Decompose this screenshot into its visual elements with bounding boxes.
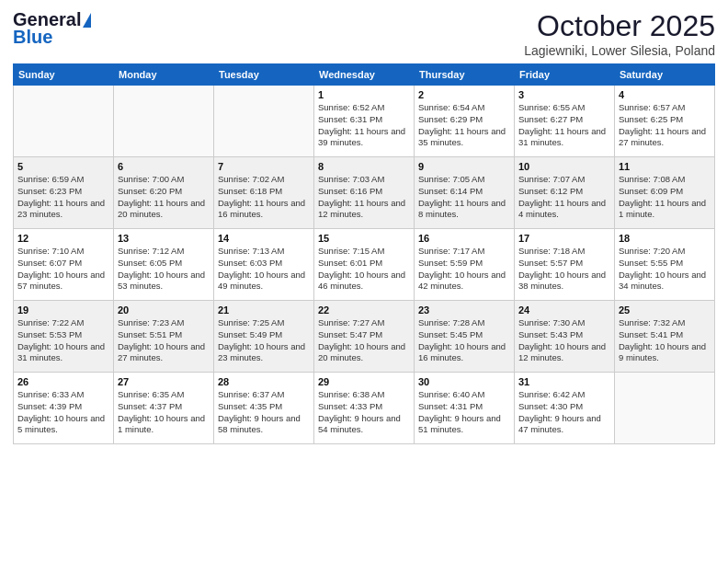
calendar-cell-3-5: 16Sunrise: 7:17 AM Sunset: 5:59 PM Dayli… xyxy=(415,229,515,301)
day-info: Sunrise: 7:27 AM Sunset: 5:47 PM Dayligh… xyxy=(318,317,410,364)
calendar-table: Sunday Monday Tuesday Wednesday Thursday… xyxy=(13,63,715,444)
day-info: Sunrise: 6:59 AM Sunset: 6:23 PM Dayligh… xyxy=(17,174,109,221)
day-info: Sunrise: 7:22 AM Sunset: 5:53 PM Dayligh… xyxy=(17,317,109,364)
calendar-cell-4-6: 24Sunrise: 7:30 AM Sunset: 5:43 PM Dayli… xyxy=(515,301,615,373)
calendar-week-1: 1Sunrise: 6:52 AM Sunset: 6:31 PM Daylig… xyxy=(14,86,715,157)
calendar-week-5: 26Sunrise: 6:33 AM Sunset: 4:39 PM Dayli… xyxy=(14,373,715,444)
day-number: 5 xyxy=(17,161,109,172)
day-number: 8 xyxy=(318,161,410,172)
day-info: Sunrise: 7:08 AM Sunset: 6:09 PM Dayligh… xyxy=(619,174,711,221)
calendar-cell-3-7: 18Sunrise: 7:20 AM Sunset: 5:55 PM Dayli… xyxy=(615,229,715,301)
page-header: General Blue October 2025 Lagiewniki, Lo… xyxy=(13,9,715,58)
calendar-cell-5-4: 29Sunrise: 6:38 AM Sunset: 4:33 PM Dayli… xyxy=(314,373,415,444)
header-sunday: Sunday xyxy=(14,64,114,86)
calendar-cell-4-3: 21Sunrise: 7:25 AM Sunset: 5:49 PM Dayli… xyxy=(214,301,314,373)
header-monday: Monday xyxy=(114,64,214,86)
day-info: Sunrise: 7:18 AM Sunset: 5:57 PM Dayligh… xyxy=(518,246,610,293)
day-info: Sunrise: 6:55 AM Sunset: 6:27 PM Dayligh… xyxy=(518,102,610,149)
calendar-cell-4-4: 22Sunrise: 7:27 AM Sunset: 5:47 PM Dayli… xyxy=(314,301,415,373)
day-info: Sunrise: 7:17 AM Sunset: 5:59 PM Dayligh… xyxy=(418,246,510,293)
calendar-cell-3-4: 15Sunrise: 7:15 AM Sunset: 6:01 PM Dayli… xyxy=(314,229,415,301)
calendar-cell-5-5: 30Sunrise: 6:40 AM Sunset: 4:31 PM Dayli… xyxy=(415,373,515,444)
calendar-cell-5-6: 31Sunrise: 6:42 AM Sunset: 4:30 PM Dayli… xyxy=(515,373,615,444)
calendar-week-3: 12Sunrise: 7:10 AM Sunset: 6:07 PM Dayli… xyxy=(14,229,715,301)
day-number: 17 xyxy=(518,233,610,244)
day-info: Sunrise: 6:42 AM Sunset: 4:30 PM Dayligh… xyxy=(518,389,610,436)
day-number: 12 xyxy=(17,233,109,244)
day-info: Sunrise: 7:10 AM Sunset: 6:07 PM Dayligh… xyxy=(17,246,109,293)
header-friday: Friday xyxy=(515,64,615,86)
day-info: Sunrise: 7:30 AM Sunset: 5:43 PM Dayligh… xyxy=(518,317,610,364)
day-info: Sunrise: 7:12 AM Sunset: 6:05 PM Dayligh… xyxy=(118,246,210,293)
day-number: 25 xyxy=(619,304,711,316)
day-info: Sunrise: 6:52 AM Sunset: 6:31 PM Dayligh… xyxy=(318,102,410,149)
calendar-cell-4-5: 23Sunrise: 7:28 AM Sunset: 5:45 PM Dayli… xyxy=(415,301,515,373)
day-number: 14 xyxy=(218,233,310,244)
calendar-cell-1-4: 1Sunrise: 6:52 AM Sunset: 6:31 PM Daylig… xyxy=(314,86,415,157)
day-number: 18 xyxy=(619,233,711,244)
calendar-cell-4-1: 19Sunrise: 7:22 AM Sunset: 5:53 PM Dayli… xyxy=(14,301,114,373)
page-container: General Blue October 2025 Lagiewniki, Lo… xyxy=(0,0,728,452)
day-info: Sunrise: 7:13 AM Sunset: 6:03 PM Dayligh… xyxy=(218,246,310,293)
day-number: 22 xyxy=(318,304,410,316)
calendar-cell-1-5: 2Sunrise: 6:54 AM Sunset: 6:29 PM Daylig… xyxy=(415,86,515,157)
day-info: Sunrise: 6:35 AM Sunset: 4:37 PM Dayligh… xyxy=(118,389,210,436)
day-number: 19 xyxy=(17,304,109,316)
day-number: 24 xyxy=(518,304,610,316)
logo-icon xyxy=(83,13,91,28)
day-number: 4 xyxy=(619,89,711,100)
calendar-cell-5-3: 28Sunrise: 6:37 AM Sunset: 4:35 PM Dayli… xyxy=(214,373,314,444)
month-title: October 2025 xyxy=(524,9,715,43)
calendar-week-2: 5Sunrise: 6:59 AM Sunset: 6:23 PM Daylig… xyxy=(14,157,715,229)
calendar-cell-5-7 xyxy=(615,373,715,444)
calendar-cell-1-1 xyxy=(14,86,114,157)
day-number: 30 xyxy=(418,376,510,387)
day-info: Sunrise: 6:54 AM Sunset: 6:29 PM Dayligh… xyxy=(418,102,510,149)
day-number: 2 xyxy=(418,89,510,100)
location-subtitle: Lagiewniki, Lower Silesia, Poland xyxy=(524,43,715,58)
calendar-cell-3-3: 14Sunrise: 7:13 AM Sunset: 6:03 PM Dayli… xyxy=(214,229,314,301)
logo: General Blue xyxy=(13,9,91,48)
calendar-cell-2-1: 5Sunrise: 6:59 AM Sunset: 6:23 PM Daylig… xyxy=(14,157,114,229)
day-number: 26 xyxy=(17,376,109,387)
weekday-header-row: Sunday Monday Tuesday Wednesday Thursday… xyxy=(14,64,715,86)
calendar-cell-2-7: 11Sunrise: 7:08 AM Sunset: 6:09 PM Dayli… xyxy=(615,157,715,229)
logo-blue: Blue xyxy=(13,27,52,48)
calendar-cell-3-1: 12Sunrise: 7:10 AM Sunset: 6:07 PM Dayli… xyxy=(14,229,114,301)
header-wednesday: Wednesday xyxy=(314,64,415,86)
day-info: Sunrise: 7:00 AM Sunset: 6:20 PM Dayligh… xyxy=(118,174,210,221)
day-number: 11 xyxy=(619,161,711,172)
day-number: 6 xyxy=(118,161,210,172)
day-info: Sunrise: 6:37 AM Sunset: 4:35 PM Dayligh… xyxy=(218,389,310,436)
calendar-cell-1-3 xyxy=(214,86,314,157)
day-info: Sunrise: 7:20 AM Sunset: 5:55 PM Dayligh… xyxy=(619,246,711,293)
calendar-cell-1-2 xyxy=(114,86,214,157)
calendar-cell-4-2: 20Sunrise: 7:23 AM Sunset: 5:51 PM Dayli… xyxy=(114,301,214,373)
day-number: 3 xyxy=(518,89,610,100)
day-number: 23 xyxy=(418,304,510,316)
calendar-cell-1-6: 3Sunrise: 6:55 AM Sunset: 6:27 PM Daylig… xyxy=(515,86,615,157)
day-number: 10 xyxy=(518,161,610,172)
header-saturday: Saturday xyxy=(615,64,715,86)
day-info: Sunrise: 6:38 AM Sunset: 4:33 PM Dayligh… xyxy=(318,389,410,436)
day-info: Sunrise: 7:23 AM Sunset: 5:51 PM Dayligh… xyxy=(118,317,210,364)
day-number: 27 xyxy=(118,376,210,387)
calendar-cell-5-1: 26Sunrise: 6:33 AM Sunset: 4:39 PM Dayli… xyxy=(14,373,114,444)
day-number: 9 xyxy=(418,161,510,172)
calendar-week-4: 19Sunrise: 7:22 AM Sunset: 5:53 PM Dayli… xyxy=(14,301,715,373)
day-info: Sunrise: 6:33 AM Sunset: 4:39 PM Dayligh… xyxy=(17,389,109,436)
calendar-cell-2-5: 9Sunrise: 7:05 AM Sunset: 6:14 PM Daylig… xyxy=(415,157,515,229)
calendar-cell-3-2: 13Sunrise: 7:12 AM Sunset: 6:05 PM Dayli… xyxy=(114,229,214,301)
day-number: 16 xyxy=(418,233,510,244)
header-tuesday: Tuesday xyxy=(214,64,314,86)
day-info: Sunrise: 7:25 AM Sunset: 5:49 PM Dayligh… xyxy=(218,317,310,364)
day-number: 15 xyxy=(318,233,410,244)
calendar-cell-2-2: 6Sunrise: 7:00 AM Sunset: 6:20 PM Daylig… xyxy=(114,157,214,229)
day-number: 29 xyxy=(318,376,410,387)
day-number: 13 xyxy=(118,233,210,244)
day-number: 28 xyxy=(218,376,310,387)
day-info: Sunrise: 7:15 AM Sunset: 6:01 PM Dayligh… xyxy=(318,246,410,293)
day-info: Sunrise: 6:40 AM Sunset: 4:31 PM Dayligh… xyxy=(418,389,510,436)
calendar-cell-5-2: 27Sunrise: 6:35 AM Sunset: 4:37 PM Dayli… xyxy=(114,373,214,444)
day-info: Sunrise: 7:28 AM Sunset: 5:45 PM Dayligh… xyxy=(418,317,510,364)
